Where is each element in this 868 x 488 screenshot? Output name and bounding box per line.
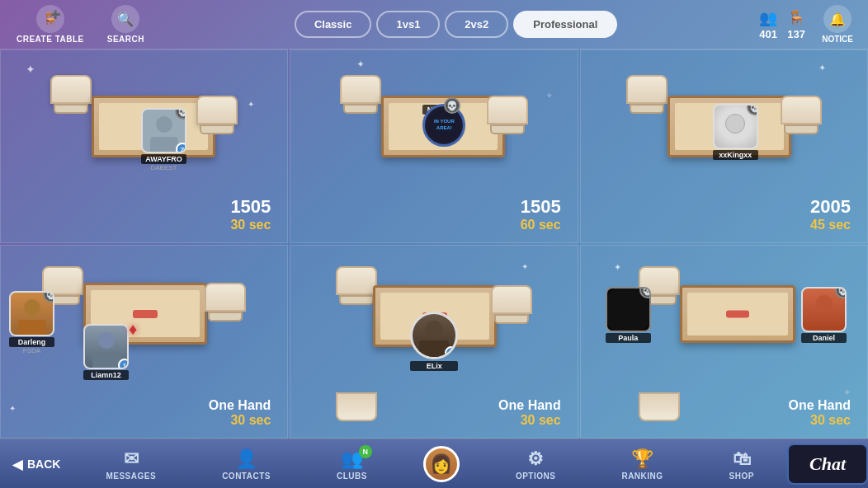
shop-icon: 🛍 <box>733 448 752 470</box>
chair-top-3 <box>626 75 668 114</box>
game-info-5: One Hand 30 sec <box>498 398 561 428</box>
mode-tabs: Classic 1vs1 2vs2 Professional <box>169 11 743 38</box>
player-card-elix: 2 ELix <box>410 312 458 371</box>
chair-right-2 <box>487 96 528 134</box>
ranking-icon: 🏆 <box>631 448 654 470</box>
player-card-awayfro: 💀 2 AWAYFRO DABEST <box>141 108 186 171</box>
contacts-icon: 👤 <box>235 448 258 470</box>
options-icon: ⚙ <box>527 448 545 470</box>
player-card-liamn12: 1 Liamn12 <box>83 324 129 380</box>
skull-daniel: 💀 <box>835 287 847 298</box>
tab-2vs2[interactable]: 2vs2 <box>445 11 508 38</box>
contacts-nav[interactable]: 👤 CONTACTS <box>212 445 281 484</box>
chair-right-4 <box>205 283 246 321</box>
table-cell-4[interactable]: ✦ ♦ 💀 Darleng FSDA <box>0 245 288 439</box>
notice-icon: 🔔 <box>823 5 851 33</box>
sparkle: ✧ <box>546 92 553 100</box>
chair-bottom-5 <box>336 392 377 421</box>
player-card-montii: IN YOURAREA! 💀 Montii OT4EVER <box>422 104 453 122</box>
chair-top-2 <box>340 75 381 114</box>
chat-button[interactable]: Chat <box>787 443 868 485</box>
profile-avatar[interactable]: 👩 <box>423 446 460 482</box>
level-liamn12: 1 <box>118 359 129 369</box>
diamond-icon: ♦ <box>129 320 137 339</box>
game-info-4: One Hand 30 sec <box>209 398 271 428</box>
clubs-badge: N <box>359 445 372 458</box>
level-awayfro: 2 <box>176 143 186 153</box>
tab-professional[interactable]: Professional <box>513 11 617 38</box>
game-info-1: 1505 30 sec <box>230 196 271 232</box>
create-table-icon: 🪑➕ <box>36 5 64 33</box>
ranking-nav[interactable]: 🏆 RANKING <box>611 445 672 484</box>
table-cell-5[interactable]: ✦ 2 ELix One Hand <box>290 245 578 439</box>
chair-right-5 <box>491 285 532 324</box>
messages-icon: ✉ <box>124 448 139 470</box>
chair-top-5 <box>336 266 377 305</box>
sparkle: ✦ <box>26 63 35 76</box>
chair-bottom-6 <box>639 392 680 421</box>
table-cell-1[interactable]: ✦ ✦ 💀 2 AWAYFRO DABEST <box>0 49 288 243</box>
tables-icon: 🪑 <box>787 9 805 27</box>
notice-button[interactable]: 🔔 NOTICE <box>815 2 860 47</box>
player-count: 👥 401 <box>759 9 777 40</box>
top-bar: 🪑➕ CREATE TABLE 🔍 SEARCH Classic 1vs1 2v… <box>0 0 868 49</box>
game-info-3: 2005 45 sec <box>810 196 851 232</box>
search-button[interactable]: 🔍 SEARCH <box>99 2 153 47</box>
profile-icon: 👩 <box>430 453 452 475</box>
table-surface-6 <box>680 285 795 343</box>
game-info-6: One Hand 30 sec <box>788 398 851 428</box>
game-info-2: 1505 60 sec <box>521 196 561 232</box>
bottom-bar: ◀ BACK ✉ MESSAGES 👤 CONTACTS N 👥 CLUBS 👩… <box>0 439 868 488</box>
sparkle: ✦ <box>356 59 365 70</box>
search-icon: 🔍 <box>111 5 139 33</box>
create-table-button[interactable]: 🪑➕ CREATE TABLE <box>8 2 92 47</box>
player-card-daniel: 💀 Daniel <box>801 287 847 343</box>
player-card-xxkingxx: 💀 xxKingxx <box>713 104 758 160</box>
tab-1vs1[interactable]: 1vs1 <box>376 11 440 38</box>
sparkle: ✦ <box>614 262 621 273</box>
players-icon: 👥 <box>759 9 777 27</box>
shop-nav[interactable]: 🛍 SHOP <box>719 445 764 484</box>
sparkle: ✦ <box>521 262 528 271</box>
table-count: 🪑 137 <box>787 9 805 40</box>
bottom-nav: ✉ MESSAGES 👤 CONTACTS N 👥 CLUBS 👩 ⚙ OPTI… <box>73 445 787 484</box>
player-card-darleng: 💀 Darleng FSDA <box>9 291 54 354</box>
back-button[interactable]: ◀ BACK <box>0 457 73 472</box>
chair-top-left <box>50 75 92 114</box>
sparkle: ✦ <box>9 404 16 413</box>
tab-classic[interactable]: Classic <box>295 11 372 38</box>
level-elix: 2 <box>445 346 458 359</box>
sparkle: ✦ <box>248 100 254 109</box>
chair-right-1 <box>196 96 238 134</box>
skull-paula: 💀 <box>639 287 651 298</box>
sparkle: ✧ <box>844 388 851 396</box>
in-your-area-badge: IN YOURAREA! <box>422 104 465 147</box>
clubs-nav[interactable]: N 👥 CLUBS <box>327 445 377 484</box>
skull-xxkingxx: 💀 <box>747 104 758 115</box>
table-cell-2[interactable]: ✦ ✧ IN YOURAREA! 💀 Montii OT4EVER <box>290 49 578 243</box>
table-cell-3[interactable]: ✦ 💀 xxKingxx 2005 45 sec <box>580 49 868 243</box>
table-cell-6[interactable]: ✦ ✧ 💀 Paula 💀 Daniel <box>580 245 868 439</box>
tables-grid: ✦ ✦ 💀 2 AWAYFRO DABEST <box>0 49 868 439</box>
top-right-stats: 👥 401 🪑 137 🔔 NOTICE <box>759 2 860 47</box>
skull-awayfro: 💀 <box>175 108 186 120</box>
skull-darleng: 💀 <box>43 291 54 303</box>
back-icon: ◀ <box>12 457 22 472</box>
player-card-paula: 💀 Paula <box>606 287 651 343</box>
options-nav[interactable]: ⚙ OPTIONS <box>506 445 566 484</box>
chair-right-3 <box>781 96 822 134</box>
messages-nav[interactable]: ✉ MESSAGES <box>96 445 166 484</box>
sparkle: ✦ <box>818 63 826 73</box>
skull-montii: 💀 <box>444 97 460 114</box>
